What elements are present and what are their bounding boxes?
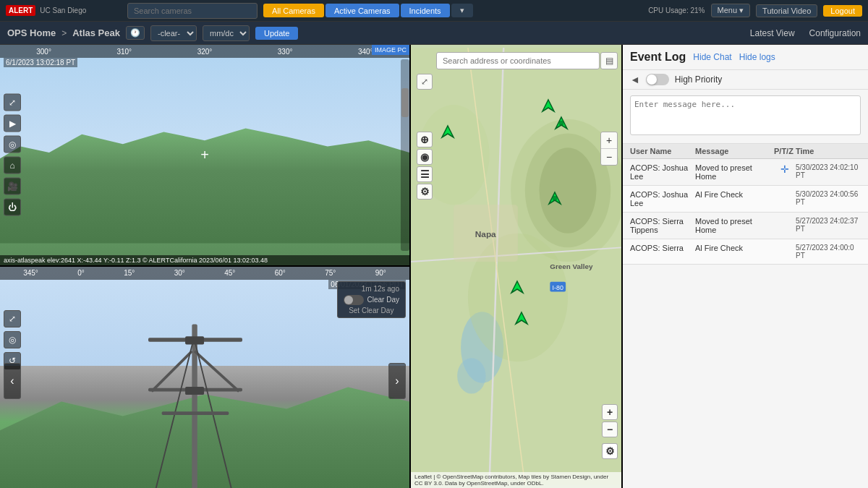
event-user: ACOPS: Sierra Tippens [630,217,695,234]
update-button[interactable]: Update [255,27,298,40]
camera-top-scrollbar[interactable] [401,59,409,251]
event-log-title: Event Log [630,51,686,64]
map-zoom-in-bottom[interactable]: + [602,404,618,420]
event-user: ACOPS: Joshua Lee [630,163,695,181]
map-zoom-out-bottom[interactable]: − [602,421,618,437]
event-message: Al Fire Check [695,190,774,199]
clear-day-label: Clear Day [367,296,399,304]
menu-button[interactable]: Menu ▾ [711,4,751,17]
priority-toggle[interactable] [646,74,669,85]
preset-dropdown[interactable]: -clear- [150,25,197,41]
svg-marker-33 [516,312,527,324]
home-btn[interactable]: ⌂ [4,157,21,174]
map-marker-2[interactable] [541,98,556,113]
map-marker-3[interactable] [554,116,569,130]
event-entry: ACOPS: Sierra Al Fire Check 5/27/2023 24… [623,239,868,265]
event-entry: ACOPS: Sierra Tippens Moved to preset Ho… [623,213,868,239]
tutorial-button[interactable]: Tutorial Video [756,4,817,17]
priority-row: ◄ High Priority [623,70,868,90]
target-btn[interactable]: ◎ [4,136,21,153]
zoom-in-button[interactable]: + [601,132,617,148]
map-marker-5[interactable] [510,280,524,294]
map-settings-button[interactable]: ⚙ [602,443,618,459]
tab-incidents[interactable]: Incidents [401,4,450,17]
top-camera: 300° 310° 320° 330° 340° 6/1/2023 13:02:… [0,45,409,267]
message-textarea[interactable] [630,95,861,135]
bottom-camera: 345° 0° 15° 30° 45° 60° 75° 90° 06/01/20… [0,267,409,489]
svg-marker-32 [511,281,523,293]
map-marker-4[interactable] [548,191,562,205]
event-entry: ACOPS: Joshua Lee Al Fire Check 5/30/202… [623,186,868,213]
event-ptz-icon: ✛ [774,163,796,175]
map-zoom-controls: + − [600,132,618,166]
event-message: Moved to preset Home [695,217,774,234]
latest-view-link[interactable]: Latest View [750,28,795,38]
map-bottom-controls: + − [602,404,618,437]
map-ctrl-2[interactable]: ◉ [417,149,433,165]
expand-btn[interactable]: ⤢ [4,94,21,111]
deg-310: 310° [116,48,132,56]
map-ctrl-1[interactable]: ⊕ [417,132,433,147]
play-btn[interactable]: ▶ [4,115,21,132]
left-panel: 300° 310° 320° 330° 340° 6/1/2023 13:02:… [0,45,409,488]
camera-crosshair: + [200,147,209,163]
expand-btn-bottom[interactable]: ⤢ [4,310,21,328]
map-expand-top[interactable]: ⤢ [417,74,433,90]
layers-button[interactable]: ▤ [600,52,618,69]
camera-search-input[interactable] [127,3,258,19]
map-marker-1[interactable] [441,124,455,139]
event-time: 5/27/2023 24:00:0 PT [796,244,861,260]
zoom-out-button[interactable]: − [601,149,617,165]
map-svg: Napa Green Valley I-80 [411,45,621,488]
map-controls-left: ⊕ ◉ ☰ ⚙ [417,132,433,200]
hide-logs-button[interactable]: Hide logs [739,52,775,62]
breadcrumb-home: OPS Home [7,27,56,38]
map-ctrl-3[interactable]: ☰ [417,166,433,182]
tab-more[interactable]: ▾ [451,4,473,17]
map-marker-6[interactable] [514,311,529,325]
col-ptz: P/T/Z [774,147,796,155]
main-content: 300° 310° 320° 330° 340° 6/1/2023 13:02:… [0,45,868,488]
clear-day-row: Clear Day [344,295,399,305]
alert-logo: ALERT [6,5,35,16]
map-search-input[interactable] [436,52,600,69]
svg-text:Green Valley: Green Valley [550,262,593,270]
camera-top-controls: ⤢ ▶ ◎ ⌂ 🎥 ⏻ [4,94,21,216]
col-user: User Name [630,147,695,155]
record-btn[interactable]: 🎥 [4,178,21,195]
svg-text:I-80: I-80 [553,284,563,291]
camera-top-timestamp: 6/1/2023 13:02:18 PT [4,58,77,67]
target-btn-bottom[interactable]: ◎ [4,331,21,348]
nav-right-button[interactable]: › [388,363,406,399]
svg-rect-7 [161,411,229,415]
deg-30: 30° [174,269,185,277]
unit-dropdown[interactable]: mm/dc [203,25,250,41]
deg-90: 90° [375,269,386,277]
clear-day-toggle[interactable] [344,295,364,305]
svg-marker-26 [442,126,454,137]
map-ctrl-4[interactable]: ⚙ [417,184,433,200]
nav-tabs: All Cameras Active Cameras Incidents ▾ [263,4,473,17]
tab-active-cameras[interactable]: Active Cameras [326,4,399,17]
right-nav-links: Latest View Configuration [750,28,861,38]
deg-340: 340° [358,48,373,56]
svg-marker-27 [542,100,554,111]
configuration-link[interactable]: Configuration [809,28,861,38]
tab-all-cameras[interactable]: All Cameras [263,4,324,17]
event-time: 5/30/2023 24:02:10 PT [796,163,861,179]
event-time: 5/30/2023 24:00:56 PT [796,190,861,206]
priority-icon: ◄ [630,74,640,85]
event-message: Moved to preset Home [695,163,774,181]
deg-320: 320° [197,48,213,56]
logout-button[interactable]: Logout [823,5,862,17]
event-user: ACOPS: Joshua Lee [630,190,695,207]
deg-0: 0° [77,269,85,277]
degree-ruler-bottom: 345° 0° 15° 30° 45° 60° 75° 90° [0,267,409,280]
power-btn[interactable]: ⏻ [4,199,21,216]
nav-left-button[interactable]: ‹ [4,363,21,399]
ucsd-logo: UC San Diego [40,7,86,14]
history-button[interactable]: 🕐 [126,26,145,40]
image-badge: IMAGE PC [372,45,409,55]
event-time: 5/27/2023 24:02:37 PT [796,217,861,233]
hide-chat-button[interactable]: Hide Chat [693,52,731,62]
